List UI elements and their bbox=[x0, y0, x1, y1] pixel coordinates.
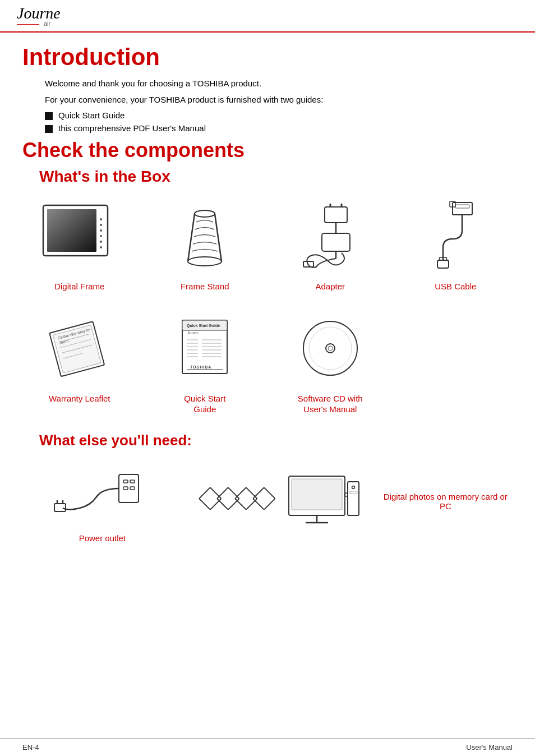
svg-text:Quick Start Guide: Quick Start Guide bbox=[187, 324, 220, 328]
introduction-title: Introduction bbox=[22, 44, 513, 71]
svg-line-10 bbox=[188, 214, 195, 261]
svg-point-3 bbox=[100, 218, 102, 220]
extra-power-outlet: Power outlet bbox=[22, 460, 182, 543]
svg-rect-71 bbox=[348, 482, 359, 515]
logo: Journe air bbox=[17, 6, 61, 27]
warranty-leaflet-icon: Global Warranty for Journ bbox=[32, 309, 127, 388]
bullet-item-2: this comprehensive PDF User's Manual bbox=[45, 123, 513, 133]
svg-rect-13 bbox=[325, 207, 347, 223]
component-software-cd: Software CD withUser's Manual bbox=[273, 309, 388, 415]
svg-text:Journ: Journ bbox=[186, 330, 199, 335]
svg-rect-67 bbox=[292, 479, 342, 510]
logo-sub: air bbox=[44, 20, 50, 27]
svg-point-51 bbox=[309, 327, 352, 370]
check-components-title: Check the components bbox=[22, 139, 513, 162]
bullet-square-2 bbox=[45, 125, 53, 133]
svg-point-9 bbox=[195, 210, 215, 217]
bullet-item-1: Quick Start Guide bbox=[45, 110, 513, 120]
usb-cable-icon bbox=[408, 197, 503, 275]
extra-digital-photos: Digital photos on memory card or PC bbox=[193, 460, 513, 543]
what-else-title: What else you'll need: bbox=[39, 432, 513, 449]
page-content: Introduction Welcome and thank you for c… bbox=[0, 33, 535, 582]
power-outlet-icon bbox=[54, 460, 150, 528]
svg-rect-21 bbox=[455, 205, 469, 208]
svg-point-7 bbox=[100, 241, 102, 243]
component-warranty-leaflet: Global Warranty for Journ Warranty Leafl… bbox=[22, 309, 137, 415]
svg-point-8 bbox=[100, 246, 102, 248]
digital-frame-label: Digital Frame bbox=[54, 281, 104, 292]
svg-rect-58 bbox=[130, 487, 135, 490]
adapter-label: Adapter bbox=[315, 281, 345, 292]
software-cd-label: Software CD withUser's Manual bbox=[298, 393, 363, 415]
intro-para1: Welcome and thank you for choosing a TOS… bbox=[45, 77, 513, 90]
svg-point-5 bbox=[100, 229, 102, 232]
usb-cable-label: USB Cable bbox=[435, 281, 476, 292]
power-outlet-label: Power outlet bbox=[79, 533, 126, 543]
empty-cell bbox=[399, 309, 513, 415]
svg-rect-56 bbox=[130, 480, 135, 483]
component-frame-stand: Frame Stand bbox=[148, 197, 262, 292]
warranty-leaflet-label: Warranty Leaflet bbox=[49, 393, 110, 404]
svg-point-12 bbox=[188, 257, 222, 266]
svg-rect-57 bbox=[123, 487, 128, 490]
quick-start-label: Quick StartGuide bbox=[184, 393, 225, 415]
svg-point-52 bbox=[326, 344, 335, 353]
logo-decoration bbox=[17, 24, 39, 25]
components-grid-row1: Digital Frame Frame Stand bbox=[22, 197, 513, 292]
logo-brand: Journe bbox=[17, 6, 61, 21]
svg-text:TOSHIBA: TOSHIBA bbox=[190, 365, 211, 369]
bullet-text-1: Quick Start Guide bbox=[58, 110, 124, 120]
digital-photos-label: Digital photos on memory card or PC bbox=[379, 492, 513, 511]
svg-point-4 bbox=[100, 224, 102, 226]
component-adapter: Adapter bbox=[273, 197, 388, 292]
svg-rect-59 bbox=[54, 504, 66, 511]
header: Journe air bbox=[0, 0, 535, 33]
bullet-square-1 bbox=[45, 112, 53, 120]
adapter-icon bbox=[283, 197, 378, 275]
footer: EN-4 User's Manual bbox=[0, 738, 535, 756]
component-usb-cable: USB Cable bbox=[399, 197, 513, 292]
svg-rect-23 bbox=[437, 260, 449, 268]
svg-rect-2 bbox=[47, 209, 96, 252]
component-digital-frame: Digital Frame bbox=[22, 197, 137, 292]
svg-point-72 bbox=[352, 486, 354, 489]
svg-point-50 bbox=[303, 321, 357, 375]
svg-rect-73 bbox=[349, 491, 357, 494]
frame-stand-label: Frame Stand bbox=[181, 281, 229, 292]
software-cd-icon bbox=[283, 309, 378, 388]
intro-para2: For your convenience, your TOSHIBA produ… bbox=[45, 94, 513, 107]
component-quick-start: Quick Start Guide Journ bbox=[148, 309, 262, 415]
digital-frame-icon bbox=[32, 197, 127, 275]
svg-point-6 bbox=[100, 235, 102, 237]
svg-rect-54 bbox=[119, 474, 139, 503]
bullet-text-2: this comprehensive PDF User's Manual bbox=[58, 123, 206, 133]
svg-point-53 bbox=[328, 346, 333, 351]
footer-left: EN-4 bbox=[22, 743, 39, 752]
components-grid-row2: Global Warranty for Journ Warranty Leafl… bbox=[22, 309, 513, 415]
svg-rect-17 bbox=[322, 233, 350, 251]
quick-start-guide-icon: Quick Start Guide Journ bbox=[157, 309, 252, 388]
svg-line-11 bbox=[215, 214, 222, 261]
frame-stand-icon bbox=[157, 197, 252, 275]
footer-right: User's Manual bbox=[466, 743, 513, 752]
svg-rect-55 bbox=[123, 480, 128, 483]
extras-grid: Power outlet bbox=[22, 460, 513, 543]
whats-in-box-title: What's in the Box bbox=[39, 168, 513, 186]
bullet-list: Quick Start Guide this comprehensive PDF… bbox=[45, 110, 513, 133]
